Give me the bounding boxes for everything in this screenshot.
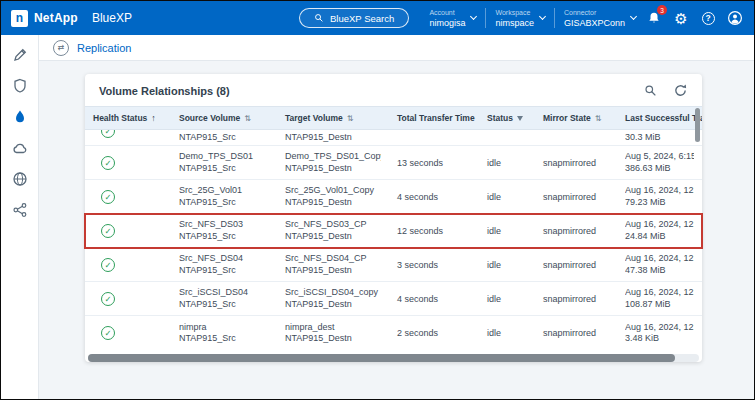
app-window: n NetApp BlueXP BlueXP Search Account ni…: [0, 0, 755, 400]
status: idle: [479, 294, 535, 304]
table-row[interactable]: ✓ nimpraNTAP915_Src nimpra_destNTAP915_D…: [85, 316, 702, 350]
volume-relationships-card: Volume Relationships (8) Health Status↑ …: [85, 74, 702, 362]
user-button[interactable]: [726, 9, 744, 27]
target-system: NTAP915_Destn: [285, 132, 381, 144]
source-system: NTAP915_Src: [179, 197, 269, 209]
globe-icon[interactable]: [12, 171, 28, 187]
mirror-state: snapmirrored: [535, 328, 617, 338]
transfer-time: 3 seconds: [389, 260, 479, 270]
status: idle: [479, 260, 535, 270]
col-total-transfer-time[interactable]: Total Transfer Time⇅: [389, 113, 479, 123]
account-selector[interactable]: Account nimogisa: [429, 8, 476, 28]
health-ok-icon: ✓: [101, 224, 115, 238]
source-system: NTAP915_Src: [179, 265, 269, 277]
connector-label: Connector: [564, 8, 625, 18]
mirror-state: snapmirrored: [535, 294, 617, 304]
divider: [554, 8, 555, 28]
edit-icon[interactable]: [12, 47, 28, 63]
top-right-controls: Account nimogisa Workspace nimspace Conn…: [429, 8, 744, 28]
source-system: NTAP915_Src: [179, 333, 269, 345]
settings-button[interactable]: ⚙: [672, 9, 690, 27]
filter-icon: [517, 116, 523, 121]
col-mirror-state[interactable]: Mirror State⇅: [535, 113, 617, 123]
gear-icon: ⚙: [674, 11, 687, 26]
brand-name: NetApp: [34, 11, 78, 25]
app-name: BlueXP: [92, 11, 132, 25]
refresh-icon[interactable]: [673, 83, 688, 98]
target-volume: Demo_TPS_DS01_Copy: [285, 151, 381, 163]
table-row[interactable]: ✓ NTAP915_Src NTAP915_Destn 30.3 MiB: [85, 130, 702, 146]
notification-badge: 3: [657, 5, 667, 15]
transfer-time: 13 seconds: [389, 158, 479, 168]
last-transfer-date: Aug 5, 2024, 6:15: [625, 151, 694, 163]
horizontal-scrollbar-thumb[interactable]: [88, 354, 675, 362]
source-volume: Src_25G_Vol01: [179, 185, 269, 197]
left-sidebar: [1, 35, 39, 399]
source-volume: nimpra: [179, 322, 269, 334]
help-icon: ?: [702, 12, 715, 25]
replication-nav-icon[interactable]: [12, 109, 28, 125]
table-row[interactable]: ✓ Src_NFS_DS04NTAP915_Src Src_NFS_DS04_C…: [85, 248, 702, 282]
user-icon: [727, 10, 743, 26]
workspace-selector[interactable]: Workspace nimspace: [495, 8, 545, 28]
source-system: NTAP915_Src: [179, 163, 269, 175]
sort-icon: ⇅: [595, 114, 602, 123]
last-transfer-size: 47.38 MiB: [625, 265, 694, 277]
target-volume: Src_NFS_DS03_CP: [285, 219, 381, 231]
last-transfer-size: 386.63 MiB: [625, 163, 694, 175]
chevron-down-icon: [630, 13, 637, 20]
source-system: NTAP915_Src: [179, 231, 269, 243]
last-transfer-date: Aug 16, 2024, 12:: [625, 322, 694, 334]
brand: n NetApp BlueXP: [11, 10, 132, 27]
divider: [485, 8, 486, 28]
connector-value: GISABXPConn: [564, 18, 625, 28]
target-system: NTAP915_Destn: [285, 231, 381, 243]
shield-icon[interactable]: [12, 78, 28, 94]
status: idle: [479, 192, 535, 202]
last-transfer-size: 24.84 MiB: [625, 231, 694, 243]
horizontal-scrollbar: [88, 354, 699, 362]
health-ok-icon: ✓: [101, 326, 115, 340]
col-target-volume[interactable]: Target Volume⇅: [277, 113, 389, 123]
share-icon[interactable]: [12, 202, 28, 218]
table-row[interactable]: ✓ Src_25G_Vol01NTAP915_Src Src_25G_Vol01…: [85, 180, 702, 214]
target-volume: Src_NFS_DS04_CP: [285, 253, 381, 265]
workspace-value: nimspace: [495, 18, 534, 28]
table-row[interactable]: ✓ Demo_TPS_DS01NTAP915_Src Demo_TPS_DS01…: [85, 146, 702, 180]
table-row[interactable]: ✓ Src_iSCSI_DS04NTAP915_Src Src_iSCSI_DS…: [85, 282, 702, 316]
card-title: Volume Relationships (8): [99, 85, 230, 97]
col-health-status[interactable]: Health Status↑: [85, 113, 171, 123]
account-value: nimogisa: [429, 18, 465, 28]
connector-selector[interactable]: Connector GISABXPConn: [564, 8, 636, 28]
breadcrumb: ⇄ Replication: [39, 35, 754, 61]
col-status[interactable]: Status: [479, 113, 535, 123]
source-volume: Src_iSCSI_DS04: [179, 287, 269, 299]
chevron-down-icon: [470, 13, 477, 20]
col-last-successful[interactable]: Last Successful Tra⇅: [617, 113, 702, 123]
notifications-button[interactable]: 3: [645, 9, 663, 27]
target-system: NTAP915_Destn: [285, 197, 381, 209]
table-row-highlighted[interactable]: ✓ Src_NFS_DS03NTAP915_Src Src_NFS_DS03_C…: [85, 214, 702, 248]
page-title[interactable]: Replication: [77, 42, 131, 54]
cloud-sync-icon[interactable]: [12, 140, 28, 156]
netapp-logo-icon: n: [11, 10, 28, 27]
last-transfer-date: Aug 16, 2024, 12:: [625, 219, 694, 231]
mirror-state: snapmirrored: [535, 226, 617, 236]
health-ok-icon: ✓: [101, 156, 115, 170]
mirror-state: snapmirrored: [535, 192, 617, 202]
source-volume: Demo_TPS_DS01: [179, 151, 269, 163]
table-header-row: Health Status↑ Source Volume⇅ Target Vol…: [85, 106, 702, 130]
mirror-state: snapmirrored: [535, 158, 617, 168]
bluexp-search-button[interactable]: BlueXP Search: [299, 8, 409, 28]
transfer-time: 12 seconds: [389, 226, 479, 236]
target-system: NTAP915_Destn: [285, 163, 381, 175]
col-source-volume[interactable]: Source Volume⇅: [171, 113, 277, 123]
transfer-time: 4 seconds: [389, 192, 479, 202]
source-volume: Src_NFS_DS03: [179, 219, 269, 231]
search-icon[interactable]: [644, 84, 657, 97]
vertical-scrollbar-thumb[interactable]: [695, 108, 700, 142]
help-button[interactable]: ?: [699, 9, 717, 27]
last-transfer-size: 30.3 MiB: [625, 132, 694, 144]
last-transfer-size: 3.48 KiB: [625, 333, 694, 345]
last-transfer-date: Aug 16, 2024, 12:: [625, 253, 694, 265]
